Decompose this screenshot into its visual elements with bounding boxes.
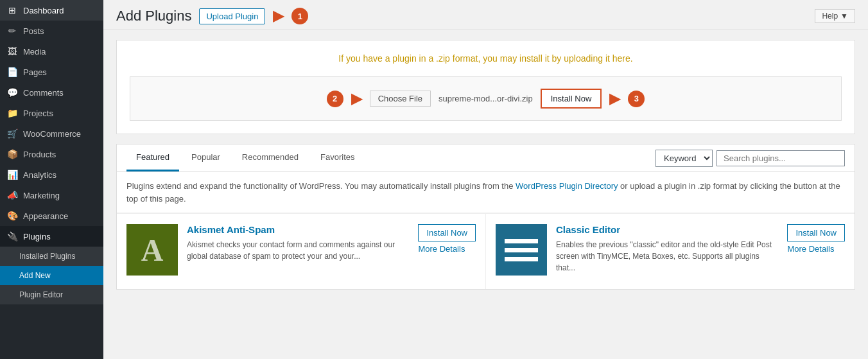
sidebar-sub-label: Installed Plugins [19,252,75,261]
posts-icon: ✏ [6,26,18,36]
sidebar-item-posts[interactable]: ✏ Posts [0,21,103,41]
description-text1: Plugins extend and expand the functional… [126,181,516,191]
search-plugins-input[interactable] [716,150,845,166]
tabs-left: Featured Popular Recommended Favorites [126,144,367,171]
sidebar-item-label: Media [23,47,46,57]
classic-editor-lines [505,239,538,261]
sidebar-item-label: Analytics [23,170,56,180]
install-now-main-button[interactable]: Install Now [541,89,602,109]
akismet-info: Akismet Anti-Spam Akismet checks your co… [187,224,409,279]
tabs-header: Featured Popular Recommended Favorites K… [117,144,855,172]
media-icon: 🖼 [6,46,18,57]
sidebar-item-dashboard[interactable]: ⊞ Dashboard [0,0,103,21]
sidebar-item-plugins[interactable]: 🔌 Plugins [0,226,103,247]
comments-icon: 💬 [6,87,18,98]
classic-editor-name: Classic Editor [556,224,778,235]
sidebar-item-appearance[interactable]: 🎨 Appearance [0,206,103,226]
tabs-right: Keyword [655,150,845,167]
akismet-name: Akismet Anti-Spam [187,224,409,235]
sidebar-item-label: Posts [23,26,44,36]
akismet-icon: A [126,224,178,276]
akismet-install-button[interactable]: Install Now [418,224,476,241]
plugin-card-classic-editor: Classic Editor Enables the previous "cla… [486,214,855,289]
main-content: Add Plugins Upload Plugin ▶ 1 Help ▼ If … [103,0,868,359]
akismet-more-details-button[interactable]: More Details [418,244,465,254]
sidebar-item-label: Comments [23,88,64,98]
appearance-icon: 🎨 [6,211,18,221]
sidebar-item-label: Plugins [23,232,51,241]
sidebar-submenu-plugins: Installed Plugins Add New Plugin Editor [0,247,103,304]
step-badge-3: 3 [628,91,645,107]
sidebar-item-label: Pages [23,67,47,77]
classic-editor-info: Classic Editor Enables the previous "cla… [556,224,778,279]
arrow-icon: ▶ [273,8,284,24]
sidebar-item-media[interactable]: 🖼 Media [0,41,103,62]
search-type-select[interactable]: Keyword [655,150,713,167]
help-button[interactable]: Help ▼ [815,9,855,23]
sidebar-item-label: Appearance [23,211,68,221]
tab-favorites[interactable]: Favorites [311,144,364,171]
arrow-2-icon: ▶ [351,91,362,107]
step-badge-1: 1 [291,8,308,24]
upload-section: If you have a plugin in a .zip format, y… [116,40,855,134]
sidebar-item-analytics[interactable]: 📊 Analytics [0,164,103,185]
projects-icon: 📁 [6,108,18,118]
help-dropdown-icon: ▼ [840,12,848,21]
woocommerce-icon: 🛒 [6,128,18,139]
sidebar-item-pages[interactable]: 📄 Pages [0,62,103,82]
classic-line-1 [505,239,538,243]
sidebar-item-woocommerce[interactable]: 🛒 WooCommerce [0,123,103,144]
sidebar-item-label: Dashboard [23,6,64,15]
page-title: Add Plugins [116,8,191,24]
classic-editor-install-button[interactable]: Install Now [787,224,845,241]
sidebar-item-installed-plugins[interactable]: Installed Plugins [0,247,103,266]
sidebar-item-marketing[interactable]: 📣 Marketing [0,185,103,206]
pages-icon: 📄 [6,67,18,77]
sidebar-item-add-new[interactable]: Add New [0,266,103,285]
page-header-left: Add Plugins Upload Plugin ▶ 1 [116,8,308,24]
tab-recommended[interactable]: Recommended [232,144,308,171]
sidebar-item-label: Marketing [23,191,60,200]
page-header: Add Plugins Upload Plugin ▶ 1 Help ▼ [103,0,868,30]
step-badge-2: 2 [327,91,343,107]
products-icon: 📦 [6,149,18,159]
marketing-icon: 📣 [6,190,18,200]
choose-file-button[interactable]: Choose File [370,91,431,107]
upload-area: 2 ▶ Choose File supreme-mod...or-divi.zi… [130,76,842,121]
plugins-icon: 🔌 [6,231,18,241]
sidebar-item-comments[interactable]: 💬 Comments [0,82,103,103]
sidebar-item-label: Projects [23,109,53,118]
akismet-excerpt: Akismet checks your contact form and com… [187,239,409,262]
classic-editor-icon [496,224,547,276]
analytics-icon: 📊 [6,170,18,180]
sidebar-item-products[interactable]: 📦 Products [0,144,103,164]
upload-plugin-button[interactable]: Upload Plugin [199,8,265,24]
sidebar-sub-label: Plugin Editor [19,290,63,299]
classic-editor-more-details-button[interactable]: More Details [787,244,834,254]
sidebar-item-projects[interactable]: 📁 Projects [0,103,103,123]
classic-editor-excerpt: Enables the previous "classic" editor an… [556,239,778,274]
sidebar-item-label: Products [23,150,56,159]
upload-wrapper: 2 ▶ Choose File supreme-mod...or-divi.zi… [327,89,645,109]
sidebar-sub-label: Add New [19,271,51,280]
classic-line-2 [505,248,538,252]
plugin-cards-container: A Akismet Anti-Spam Akismet checks your … [117,213,855,289]
sidebar-item-label: WooCommerce [23,129,81,139]
tab-featured[interactable]: Featured [126,144,179,171]
upload-instruction: If you have a plugin in a .zip format, y… [130,53,842,64]
akismet-actions: Install Now More Details [418,224,476,279]
plugin-directory-description: Plugins extend and expand the functional… [117,172,855,213]
plugin-directory-link[interactable]: WordPress Plugin Directory [516,181,618,191]
classic-line-3 [505,257,538,261]
plugin-card-akismet: A Akismet Anti-Spam Akismet checks your … [117,214,486,289]
help-label: Help [822,12,838,21]
tabs-section: Featured Popular Recommended Favorites K… [116,144,855,290]
sidebar: ⊞ Dashboard ✏ Posts 🖼 Media 📄 Pages 💬 Co… [0,0,103,359]
filename-display: supreme-mod...or-divi.zip [438,94,533,103]
classic-editor-actions: Install Now More Details [787,224,845,279]
tab-popular[interactable]: Popular [182,144,230,171]
sidebar-item-plugin-editor[interactable]: Plugin Editor [0,285,103,304]
dashboard-icon: ⊞ [6,5,18,15]
arrow-3-icon: ▶ [609,91,620,107]
